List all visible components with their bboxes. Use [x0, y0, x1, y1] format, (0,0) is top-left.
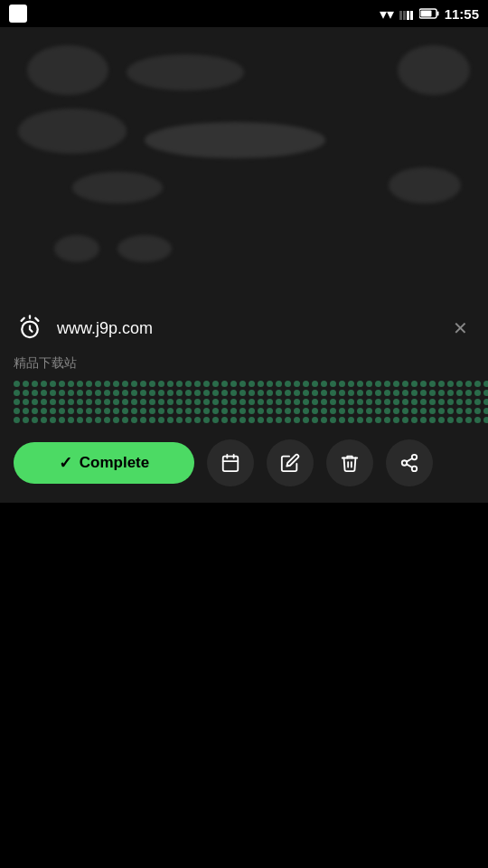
dot: [348, 399, 354, 405]
dot: [23, 417, 29, 423]
dot: [393, 390, 399, 396]
dot: [303, 399, 309, 405]
dot-row: [14, 417, 488, 423]
dot: [303, 381, 309, 387]
action-row: ✓ Complete: [0, 423, 488, 503]
dot: [474, 390, 481, 396]
dot: [167, 381, 174, 387]
dot: [131, 408, 137, 414]
dot: [185, 381, 192, 387]
svg-rect-1: [403, 11, 406, 20]
dot: [411, 399, 418, 405]
dot: [258, 417, 264, 423]
dot: [212, 417, 219, 423]
dot: [438, 381, 445, 387]
dot: [258, 408, 264, 414]
dot: [411, 381, 418, 387]
dot: [330, 390, 336, 396]
dot: [249, 417, 255, 423]
dot: [185, 408, 192, 414]
svg-line-9: [35, 318, 38, 321]
dot: [230, 399, 237, 405]
dot: [86, 390, 92, 396]
dot-row: [14, 399, 488, 405]
svg-rect-5: [420, 11, 431, 17]
dot: [194, 399, 201, 405]
dot: [14, 399, 20, 405]
delete-button[interactable]: [326, 439, 373, 486]
dot: [113, 417, 119, 423]
dot: [77, 381, 83, 387]
dot: [185, 417, 192, 423]
complete-button[interactable]: ✓ Complete: [14, 442, 194, 484]
share-button[interactable]: [386, 439, 433, 486]
close-button[interactable]: ✕: [446, 314, 474, 343]
dot: [158, 417, 164, 423]
dot: [429, 417, 436, 423]
dot: [483, 390, 488, 396]
dot: [366, 390, 372, 396]
blur-background: [0, 27, 488, 307]
dot: [221, 381, 228, 387]
dot: [474, 399, 481, 405]
dot: [140, 417, 146, 423]
dot: [375, 381, 381, 387]
dot: [41, 399, 47, 405]
bottom-area: [0, 588, 488, 868]
dot: [393, 381, 399, 387]
dot: [113, 408, 119, 414]
dot: [41, 390, 47, 396]
dot: [203, 408, 210, 414]
dot: [131, 381, 137, 387]
dot: [50, 381, 56, 387]
dot: [14, 390, 20, 396]
dot: [285, 390, 291, 396]
dot: [366, 381, 372, 387]
dot: [357, 399, 363, 405]
dot: [230, 408, 237, 414]
dot: [456, 417, 463, 423]
dot: [420, 408, 427, 414]
dot: [357, 381, 363, 387]
dot: [176, 417, 183, 423]
dot: [23, 399, 29, 405]
card-panel: www.j9p.com ✕ 精品下载站 ✓ Complete: [0, 303, 488, 503]
dot: [267, 417, 273, 423]
dot: [321, 399, 327, 405]
status-time: 11:55: [445, 6, 479, 22]
svg-rect-3: [410, 11, 413, 20]
dot: [474, 381, 481, 387]
dot: [50, 390, 56, 396]
dot: [330, 381, 336, 387]
edit-button[interactable]: [267, 439, 314, 486]
dot: [149, 381, 155, 387]
signal-icon: [399, 7, 414, 20]
dot: [276, 399, 282, 405]
dot: [258, 399, 264, 405]
dot: [212, 399, 219, 405]
dot: [203, 381, 210, 387]
dot: [465, 381, 472, 387]
calendar-button[interactable]: [207, 439, 254, 486]
dot: [149, 399, 155, 405]
dot: [339, 399, 345, 405]
dot-row: [14, 390, 488, 396]
dot: [131, 417, 137, 423]
dot: [59, 408, 65, 414]
dot: [77, 408, 83, 414]
dot: [86, 417, 92, 423]
dot: [167, 408, 174, 414]
status-left: [9, 5, 27, 23]
dot: [447, 381, 454, 387]
dot: [267, 390, 273, 396]
dot: [483, 399, 488, 405]
dot: [438, 408, 445, 414]
status-bar: ▾▾ 11:55: [0, 0, 488, 27]
dot: [402, 399, 408, 405]
dot: [104, 381, 110, 387]
dot: [285, 408, 291, 414]
dot: [375, 399, 381, 405]
dot: [321, 381, 327, 387]
dot: [59, 417, 65, 423]
dot: [59, 390, 65, 396]
